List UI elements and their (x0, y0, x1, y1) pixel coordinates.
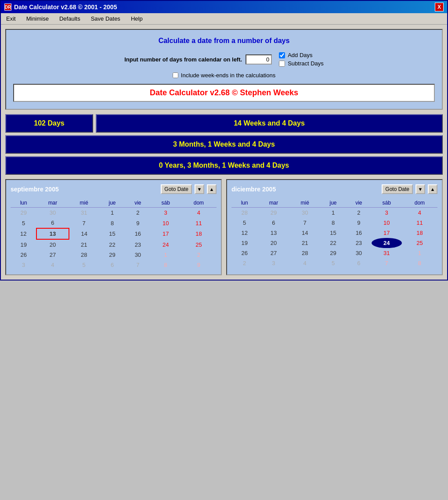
menu-save-dates[interactable]: Save Dates (89, 14, 122, 23)
days-input[interactable] (246, 54, 272, 65)
list-item[interactable]: 11 (181, 218, 217, 228)
cal2-down-arrow[interactable]: ▼ (415, 184, 425, 194)
add-days-checkbox[interactable] (279, 52, 285, 58)
list-item[interactable]: 12 (11, 228, 36, 239)
list-item[interactable]: 4 (290, 258, 320, 268)
list-item[interactable]: 29 (320, 248, 346, 258)
list-item[interactable]: 24 (372, 238, 402, 248)
menu-help[interactable]: Help (129, 14, 145, 23)
list-item[interactable]: 5 (231, 218, 257, 228)
list-item[interactable]: 7 (372, 258, 402, 268)
list-item[interactable]: 1 (151, 250, 181, 260)
list-item[interactable]: 31 (372, 248, 402, 258)
list-item[interactable]: 10 (151, 218, 181, 228)
list-item[interactable]: 28 (69, 250, 99, 260)
list-item[interactable]: 25 (181, 239, 217, 250)
cal1-goto-button[interactable]: Goto Date (161, 184, 192, 194)
list-item[interactable]: 12 (231, 228, 257, 238)
list-item[interactable]: 2 (346, 208, 371, 218)
list-item[interactable]: 3 (257, 258, 289, 268)
list-item[interactable]: 5 (11, 218, 36, 228)
cal1-up-arrow[interactable]: ▲ (207, 184, 217, 194)
list-item[interactable]: 31 (69, 208, 99, 218)
list-item[interactable]: 6 (36, 218, 69, 228)
list-item[interactable]: 27 (257, 248, 289, 258)
list-item[interactable]: 21 (69, 239, 99, 250)
list-item[interactable]: 28 (290, 248, 320, 258)
list-item[interactable]: 3 (372, 208, 402, 218)
list-item[interactable]: 17 (372, 228, 402, 238)
close-button[interactable]: X (435, 3, 444, 11)
list-item[interactable]: 6 (346, 258, 371, 268)
list-item[interactable]: 30 (346, 248, 371, 258)
list-item[interactable]: 20 (257, 238, 289, 248)
list-item[interactable]: 8 (99, 218, 125, 228)
list-item[interactable]: 11 (402, 218, 437, 228)
list-item[interactable]: 8 (151, 260, 181, 270)
list-item[interactable]: 5 (320, 258, 346, 268)
list-item[interactable]: 7 (125, 260, 150, 270)
list-item[interactable]: 1 (402, 248, 437, 258)
list-item[interactable]: 23 (346, 238, 371, 248)
cal2-up-arrow[interactable]: ▲ (428, 184, 437, 194)
list-item[interactable]: 1 (99, 208, 125, 218)
subtract-days-checkbox[interactable] (279, 61, 285, 67)
menu-defaults[interactable]: Defaults (58, 14, 82, 23)
list-item[interactable]: 29 (11, 208, 36, 218)
list-item[interactable]: 28 (231, 208, 257, 218)
list-item[interactable]: 18 (181, 228, 217, 239)
list-item[interactable]: 27 (36, 250, 69, 260)
list-item[interactable]: 24 (151, 239, 181, 250)
list-item[interactable]: 22 (99, 239, 125, 250)
list-item[interactable]: 29 (99, 250, 125, 260)
list-item[interactable]: 4 (36, 260, 69, 270)
list-item[interactable]: 3 (151, 208, 181, 218)
list-item[interactable]: 15 (99, 228, 125, 239)
list-item[interactable]: 25 (402, 238, 437, 248)
list-item[interactable]: 2 (125, 208, 150, 218)
list-item[interactable]: 23 (125, 239, 150, 250)
list-item[interactable]: 30 (290, 208, 320, 218)
list-item[interactable]: 18 (402, 228, 437, 238)
list-item[interactable]: 7 (69, 218, 99, 228)
list-item[interactable]: 14 (290, 228, 320, 238)
list-item[interactable]: 2 (181, 250, 217, 260)
list-item[interactable]: 19 (231, 238, 257, 248)
list-item[interactable]: 15 (320, 228, 346, 238)
list-item[interactable]: 30 (125, 250, 150, 260)
list-item[interactable]: 19 (11, 239, 36, 250)
list-item[interactable]: 16 (125, 228, 150, 239)
list-item[interactable]: 9 (125, 218, 150, 228)
list-item[interactable]: 4 (402, 208, 437, 218)
list-item[interactable]: 6 (99, 260, 125, 270)
list-item[interactable]: 13 (257, 228, 289, 238)
list-item[interactable]: 7 (290, 218, 320, 228)
list-item[interactable]: 8 (402, 258, 437, 268)
list-item[interactable]: 14 (69, 228, 99, 239)
list-item[interactable]: 20 (36, 239, 69, 250)
list-item[interactable]: 9 (346, 218, 371, 228)
list-item[interactable]: 22 (320, 238, 346, 248)
list-item[interactable]: 3 (11, 260, 36, 270)
cal1-down-arrow[interactable]: ▼ (195, 184, 204, 194)
list-item[interactable]: 13 (36, 228, 69, 239)
list-item[interactable]: 10 (372, 218, 402, 228)
list-item[interactable]: 17 (151, 228, 181, 239)
menu-minimise[interactable]: Minimise (25, 14, 51, 23)
list-item[interactable]: 30 (36, 208, 69, 218)
weekend-checkbox[interactable] (173, 72, 178, 78)
list-item[interactable]: 4 (181, 208, 217, 218)
list-item[interactable]: 26 (231, 248, 257, 258)
list-item[interactable]: 8 (320, 218, 346, 228)
list-item[interactable]: 2 (231, 258, 257, 268)
list-item[interactable]: 16 (346, 228, 371, 238)
list-item[interactable]: 26 (11, 250, 36, 260)
list-item[interactable]: 9 (181, 260, 217, 270)
list-item[interactable]: 6 (257, 218, 289, 228)
list-item[interactable]: 1 (320, 208, 346, 218)
list-item[interactable]: 5 (69, 260, 99, 270)
menu-exit[interactable]: Exit (4, 14, 18, 23)
list-item[interactable]: 29 (257, 208, 289, 218)
cal2-goto-button[interactable]: Goto Date (382, 184, 413, 194)
list-item[interactable]: 21 (290, 238, 320, 248)
